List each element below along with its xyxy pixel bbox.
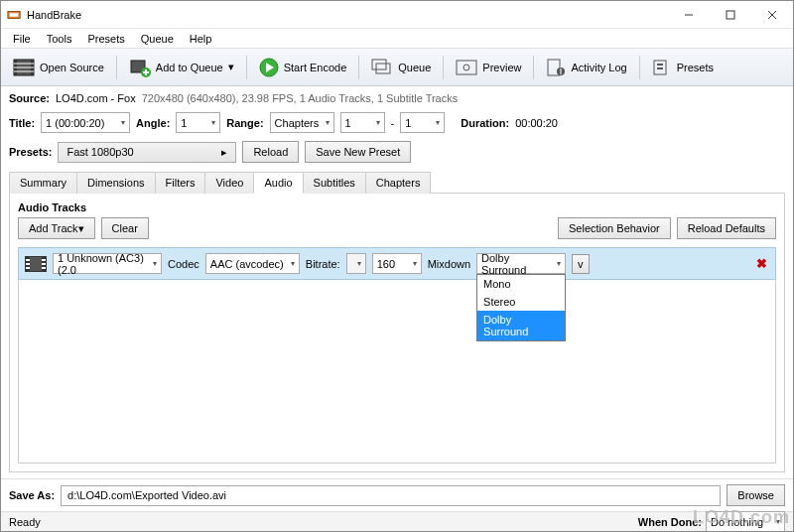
chevron-down-icon: ▾ — [228, 61, 234, 73]
chevron-down-icon: ▾ — [291, 259, 295, 268]
mixdown-option-mono[interactable]: Mono — [477, 275, 565, 293]
tab-summary[interactable]: Summary — [9, 172, 77, 194]
tab-chapters[interactable]: Chapters — [365, 172, 432, 194]
tab-filters[interactable]: Filters — [155, 172, 206, 194]
toolbar-separator — [246, 56, 247, 79]
codec-label: Codec — [168, 258, 199, 270]
svg-rect-1 — [10, 13, 19, 17]
activity-log-icon: i — [546, 59, 566, 76]
audio-tracks-heading: Audio Tracks — [18, 201, 776, 213]
save-new-preset-button[interactable]: Save New Preset — [305, 141, 411, 163]
tab-subtitles[interactable]: Subtitles — [303, 172, 366, 194]
tab-audio[interactable]: Audio — [253, 172, 303, 194]
activity-log-button[interactable]: i Activity Log — [540, 56, 632, 79]
source-name: LO4D.com - Fox — [56, 92, 136, 104]
maximize-button[interactable] — [710, 1, 751, 28]
mixdown-select[interactable]: Dolby Surround▾ Mono Stereo Dolby Surrou… — [476, 253, 566, 274]
angle-select[interactable]: 1▾ — [176, 112, 220, 133]
add-track-button[interactable]: Add Track ▾ — [18, 217, 95, 239]
toolbar-separator — [443, 56, 444, 79]
range-mode-select[interactable]: Chapters▾ — [270, 112, 334, 133]
menu-presets[interactable]: Presets — [79, 31, 132, 47]
presets-row: Presets: Fast 1080p30▸ Reload Save New P… — [9, 141, 785, 163]
range-from-select[interactable]: 1▾ — [340, 112, 385, 133]
queue-icon — [371, 59, 393, 76]
angle-value: 1 — [181, 117, 187, 129]
track-source-value: 1 Unknown (AC3) (2.0 — [58, 252, 149, 276]
save-path-input[interactable] — [61, 485, 721, 506]
menu-help[interactable]: Help — [182, 31, 220, 47]
start-encode-button[interactable]: Start Encode — [253, 55, 353, 80]
source-label: Source: — [9, 92, 50, 104]
range-label: Range: — [226, 117, 263, 129]
save-as-label: Save As: — [9, 489, 55, 501]
when-done-value: Do nothing — [711, 516, 763, 528]
reload-button[interactable]: Reload — [242, 141, 299, 163]
range-to-select[interactable]: 1▾ — [400, 112, 445, 133]
open-source-button[interactable]: Open Source — [7, 55, 110, 80]
toolbar: Open Source Add to Queue ▾ Start Encode … — [1, 49, 793, 86]
mixdown-value: Dolby Surround — [481, 252, 553, 276]
codec-select[interactable]: AAC (avcodec)▾ — [205, 253, 300, 274]
reload-defaults-button[interactable]: Reload Defaults — [677, 217, 776, 239]
browse-button[interactable]: Browse — [727, 484, 785, 506]
duration-label: Duration: — [461, 117, 509, 129]
presets-label: Presets — [677, 62, 714, 73]
toolbar-separator — [639, 56, 640, 79]
audio-track-list — [18, 280, 776, 464]
clear-button[interactable]: Clear — [101, 217, 149, 239]
add-to-queue-button[interactable]: Add to Queue ▾ — [123, 55, 240, 80]
range-mode-value: Chapters — [275, 117, 320, 129]
menubar: File Tools Presets Queue Help — [1, 29, 793, 49]
svg-rect-20 — [457, 61, 476, 74]
mixdown-option-stereo[interactable]: Stereo — [477, 293, 565, 311]
when-done-select[interactable]: Do nothing▾ — [706, 511, 785, 532]
menu-queue[interactable]: Queue — [133, 31, 182, 47]
title-row: Title: 1 (00:00:20)▾ Angle: 1▾ Range: Ch… — [9, 112, 785, 133]
tab-dimensions[interactable]: Dimensions — [76, 172, 155, 194]
bitrate-select[interactable]: 160▾ — [372, 253, 422, 274]
add-to-queue-label: Add to Queue — [156, 62, 223, 73]
codec-value: AAC (avcodec) — [210, 258, 284, 270]
svg-rect-26 — [657, 64, 663, 66]
bitrate-mode-select[interactable]: ▾ — [346, 253, 366, 274]
film-icon — [13, 58, 35, 77]
mixdown-dropdown: Mono Stereo Dolby Surround — [476, 274, 566, 341]
delete-track-button[interactable]: ✖ — [756, 256, 767, 271]
audio-panel: Audio Tracks Add Track ▾ Clear Selection… — [9, 194, 785, 472]
svg-rect-18 — [372, 60, 386, 69]
presets-button[interactable]: Presets — [646, 56, 720, 79]
track-source-select[interactable]: 1 Unknown (AC3) (2.0▾ — [53, 253, 162, 274]
title-select[interactable]: 1 (00:00:20)▾ — [41, 112, 130, 133]
toolbar-separator — [116, 56, 117, 79]
bitrate-label: Bitrate: — [306, 258, 340, 270]
svg-rect-19 — [376, 64, 390, 73]
status-text: Ready — [9, 516, 41, 528]
chevron-down-icon: ▾ — [557, 259, 561, 268]
chevron-down-icon: ▾ — [121, 118, 125, 127]
close-button[interactable] — [751, 1, 793, 28]
angle-label: Angle: — [136, 117, 170, 129]
bitrate-value: 160 — [377, 258, 395, 270]
menu-file[interactable]: File — [5, 31, 39, 47]
app-icon — [7, 8, 21, 22]
queue-button[interactable]: Queue — [365, 56, 437, 79]
queue-add-icon — [129, 58, 151, 77]
selection-behavior-button[interactable]: Selection Behavior — [558, 217, 671, 239]
preset-select[interactable]: Fast 1080p30▸ — [58, 142, 236, 163]
title-value: 1 (00:00:20) — [46, 117, 104, 129]
mixdown-option-dolby-surround[interactable]: Dolby Surround — [477, 311, 565, 340]
menu-tools[interactable]: Tools — [39, 31, 80, 47]
range-from-value: 1 — [345, 117, 351, 129]
range-separator: - — [391, 117, 395, 129]
preset-value: Fast 1080p30 — [66, 146, 133, 158]
statusbar: Ready When Done: Do nothing▾ — [1, 511, 793, 531]
presets-icon — [652, 59, 672, 76]
minimize-button[interactable] — [668, 1, 710, 28]
titlebar: HandBrake — [1, 1, 793, 29]
expand-track-button[interactable]: v — [572, 254, 590, 274]
svg-point-21 — [463, 65, 469, 70]
preview-button[interactable]: Preview — [450, 56, 527, 79]
tab-video[interactable]: Video — [204, 172, 254, 194]
chevron-down-icon: ▾ — [211, 118, 215, 127]
